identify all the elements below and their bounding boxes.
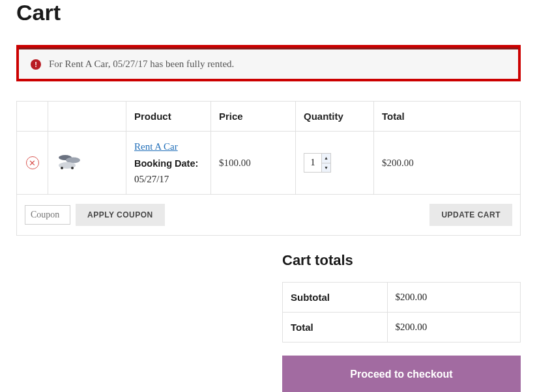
- cart-actions-row: APPLY COUPON UPDATE CART: [17, 195, 521, 236]
- cart-totals: Cart totals Subtotal $200.00 Total $200.…: [282, 252, 521, 392]
- item-total: $200.00: [374, 132, 521, 195]
- page-title: Cart: [16, 0, 521, 25]
- coupon-input[interactable]: [25, 205, 70, 225]
- col-price: Price: [211, 102, 296, 132]
- totals-table: Subtotal $200.00 Total $200.00: [282, 282, 521, 343]
- alert-message: For Rent A Car, 05/27/17 has been fully …: [49, 59, 234, 70]
- cart-row: ✕ Rent A Car Booking Date: 05/: [17, 132, 521, 195]
- update-cart-button[interactable]: UPDATE CART: [429, 204, 512, 226]
- quantity-input[interactable]: [304, 154, 321, 172]
- remove-item-button[interactable]: ✕: [26, 156, 39, 169]
- alert-banner: ! For Rent A Car, 05/27/17 has been full…: [19, 48, 518, 79]
- total-label: Total: [283, 313, 388, 343]
- error-icon: !: [31, 59, 41, 70]
- qty-down-button[interactable]: ▼: [322, 163, 330, 173]
- car-icon: [56, 152, 82, 171]
- col-quantity: Quantity: [296, 102, 374, 132]
- qty-up-button[interactable]: ▲: [322, 154, 330, 163]
- col-total: Total: [374, 102, 521, 132]
- quantity-stepper[interactable]: ▲ ▼: [304, 153, 331, 173]
- total-value: $200.00: [387, 313, 520, 343]
- cart-table: Product Price Quantity Total ✕: [16, 101, 521, 236]
- col-product: Product: [126, 102, 211, 132]
- subtotal-value: $200.00: [387, 283, 520, 313]
- col-remove: [17, 102, 48, 132]
- item-price: $100.00: [211, 132, 296, 195]
- product-meta-label: Booking Date:: [134, 156, 203, 171]
- svg-point-5: [71, 167, 74, 169]
- subtotal-label: Subtotal: [283, 283, 388, 313]
- svg-point-4: [61, 167, 63, 169]
- apply-coupon-button[interactable]: APPLY COUPON: [76, 204, 165, 226]
- col-thumbnail: [48, 102, 126, 132]
- proceed-to-checkout-button[interactable]: Proceed to checkout: [282, 356, 521, 392]
- product-meta-value: 05/27/17: [134, 174, 203, 185]
- alert-highlight: ! For Rent A Car, 05/27/17 has been full…: [16, 45, 521, 81]
- cart-totals-title: Cart totals: [282, 252, 521, 269]
- product-thumbnail[interactable]: [56, 152, 82, 171]
- product-link[interactable]: Rent A Car: [134, 141, 178, 152]
